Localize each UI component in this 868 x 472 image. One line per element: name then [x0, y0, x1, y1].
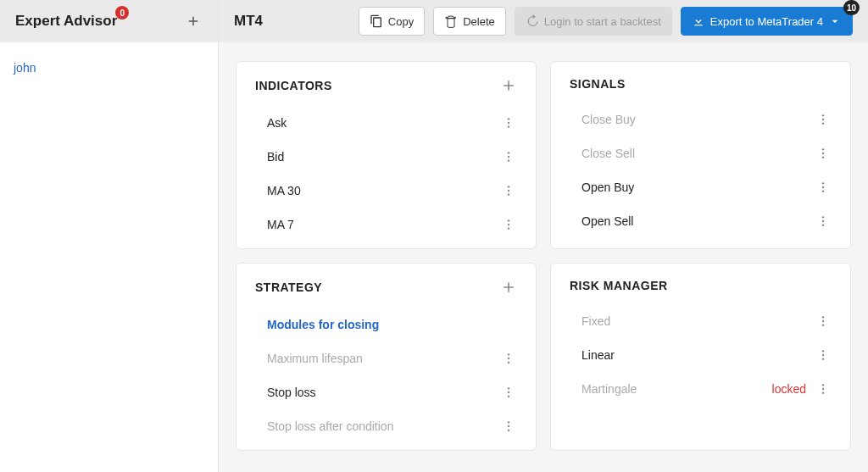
- svg-point-12: [822, 114, 824, 116]
- card-title: STRATEGY: [255, 280, 322, 294]
- svg-point-0: [508, 118, 509, 119]
- svg-point-32: [508, 429, 509, 430]
- sidebar-title-text: Expert Advisor: [15, 13, 117, 29]
- list-item[interactable]: Stop loss: [255, 375, 517, 409]
- svg-point-41: [822, 391, 824, 393]
- item-menu-button[interactable]: [815, 179, 832, 196]
- list-item[interactable]: Fixed: [570, 304, 832, 338]
- svg-point-21: [822, 216, 824, 218]
- svg-point-9: [508, 219, 509, 221]
- list-item[interactable]: Maximum lifespan: [255, 342, 517, 375]
- section-label: Modules for closing: [267, 318, 379, 331]
- svg-point-34: [822, 320, 824, 322]
- svg-point-7: [508, 190, 509, 192]
- svg-point-33: [822, 316, 824, 318]
- item-menu-button[interactable]: [500, 216, 517, 233]
- copy-label: Copy: [388, 15, 414, 28]
- card-indicators: INDICATORS Ask Bid MA 30: [236, 61, 537, 249]
- copy-button[interactable]: Copy: [359, 7, 425, 36]
- item-menu-button[interactable]: [815, 145, 832, 162]
- svg-point-31: [508, 425, 509, 427]
- svg-point-18: [822, 182, 824, 184]
- item-menu-button[interactable]: [500, 182, 517, 199]
- svg-point-11: [508, 227, 509, 229]
- kebab-icon: [502, 352, 515, 365]
- add-strategy-button[interactable]: [500, 279, 517, 296]
- card-header: SIGNALS: [570, 77, 832, 91]
- kebab-icon: [502, 184, 515, 197]
- kebab-icon: [816, 214, 830, 228]
- svg-point-24: [508, 353, 509, 355]
- svg-point-39: [822, 384, 824, 386]
- topbar: MT4 Copy Delete Login to start a backtes…: [219, 0, 868, 42]
- list-item[interactable]: Bid: [255, 140, 517, 174]
- item-label: Close Sell: [581, 147, 635, 160]
- add-indicator-button[interactable]: [500, 77, 517, 94]
- list-item[interactable]: Open Sell: [570, 204, 832, 238]
- item-menu-button[interactable]: [815, 347, 832, 364]
- item-label: MA 7: [267, 218, 294, 231]
- card-title: SIGNALS: [570, 77, 626, 91]
- card-signals: SIGNALS Close Buy Close Sell Open Buy: [550, 61, 851, 249]
- svg-point-25: [508, 358, 509, 359]
- item-menu-button[interactable]: [815, 380, 832, 397]
- main: MT4 Copy Delete Login to start a backtes…: [219, 0, 868, 472]
- caret-down-icon: [828, 14, 842, 28]
- svg-point-35: [822, 324, 824, 325]
- item-menu-button[interactable]: [500, 350, 517, 367]
- kebab-icon: [816, 314, 830, 328]
- plus-icon: [186, 14, 201, 29]
- list-item[interactable]: Open Buy: [570, 170, 832, 204]
- item-menu-button[interactable]: [500, 418, 517, 435]
- item-label: Maximum lifespan: [267, 352, 363, 365]
- sidebar: Expert Advisor 0 john: [0, 0, 219, 472]
- svg-point-30: [508, 421, 509, 423]
- kebab-icon: [502, 419, 515, 433]
- list-item[interactable]: Close Buy: [570, 103, 832, 136]
- item-label: Stop loss: [267, 386, 316, 399]
- card-header: RISK MANAGER: [570, 279, 832, 292]
- list-item[interactable]: Ask: [255, 106, 517, 140]
- item-menu-button[interactable]: [500, 114, 517, 131]
- list-item[interactable]: Stop loss after condition: [255, 409, 517, 443]
- item-label: Open Sell: [581, 214, 633, 228]
- plus-icon: [500, 77, 517, 94]
- sidebar-item-john[interactable]: john: [14, 61, 204, 75]
- item-menu-button[interactable]: [500, 148, 517, 165]
- svg-point-16: [822, 153, 824, 154]
- item-label: Open Buy: [581, 180, 634, 194]
- svg-point-13: [822, 119, 824, 120]
- item-menu-button[interactable]: [815, 111, 832, 128]
- svg-point-3: [508, 152, 509, 153]
- item-menu-button[interactable]: [815, 313, 832, 330]
- copy-icon: [370, 14, 383, 28]
- delete-button[interactable]: Delete: [433, 7, 506, 36]
- add-advisor-button[interactable]: [184, 12, 203, 31]
- list-item[interactable]: Martingale locked: [570, 372, 832, 406]
- export-button[interactable]: Export to MetaTrader 4 10: [681, 7, 853, 36]
- list-item[interactable]: Linear: [570, 338, 832, 372]
- item-label: Stop loss after condition: [267, 419, 393, 433]
- trash-icon: [444, 14, 458, 28]
- kebab-icon: [816, 348, 830, 362]
- svg-point-22: [822, 220, 824, 222]
- list-item[interactable]: Close Sell: [570, 136, 832, 170]
- svg-point-5: [508, 159, 509, 161]
- svg-point-36: [822, 350, 824, 352]
- page-title: MT4: [234, 13, 263, 30]
- item-label: Fixed: [581, 314, 610, 328]
- sidebar-title: Expert Advisor 0: [15, 13, 117, 30]
- svg-point-20: [822, 190, 824, 192]
- item-menu-button[interactable]: [500, 384, 517, 401]
- list-item[interactable]: MA 7: [255, 208, 517, 242]
- cards-grid: INDICATORS Ask Bid MA 30: [236, 61, 851, 451]
- locked-label: locked: [772, 382, 806, 396]
- delete-label: Delete: [463, 15, 495, 28]
- item-menu-button[interactable]: [815, 213, 832, 230]
- card-header: STRATEGY: [255, 279, 517, 296]
- svg-point-29: [508, 395, 509, 397]
- plus-icon: [500, 279, 517, 296]
- svg-point-14: [822, 122, 824, 124]
- kebab-icon: [816, 113, 830, 126]
- list-item[interactable]: MA 30: [255, 174, 517, 208]
